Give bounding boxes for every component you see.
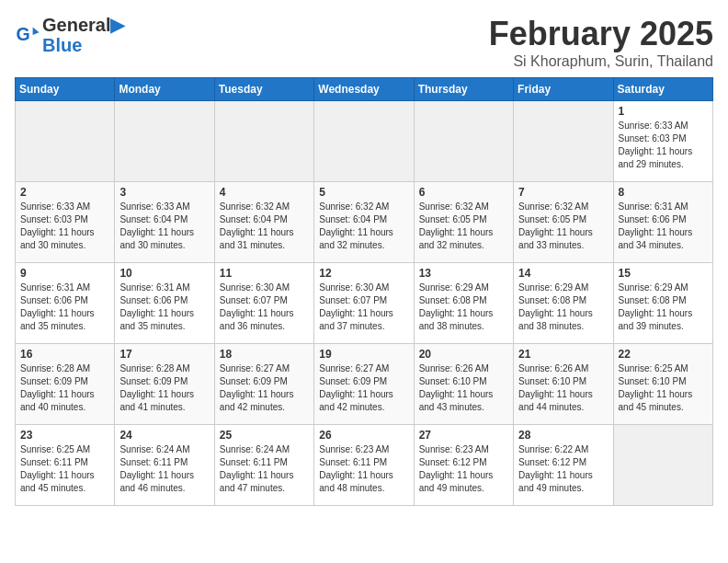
day-number: 19 [319,348,408,361]
day-number: 17 [119,348,209,361]
day-number: 25 [220,429,309,442]
day-header-wednesday: Wednesday [314,78,414,101]
calendar-cell: 4Sunrise: 6:32 AM Sunset: 6:04 PM Daylig… [214,182,313,263]
calendar-cell: 8Sunrise: 6:31 AM Sunset: 6:06 PM Daylig… [613,182,712,263]
day-header-thursday: Thursday [414,78,513,101]
page-header: G General▶ Blue February 2025 Si Khoraph… [15,15,713,70]
day-info: Sunrise: 6:32 AM Sunset: 6:05 PM Dayligh… [518,201,608,252]
svg-marker-1 [33,28,40,35]
calendar-week-5: 23Sunrise: 6:25 AM Sunset: 6:11 PM Dayli… [16,425,713,506]
calendar-cell: 12Sunrise: 6:30 AM Sunset: 6:07 PM Dayli… [314,263,414,344]
day-info: Sunrise: 6:32 AM Sunset: 6:05 PM Dayligh… [419,201,508,252]
day-info: Sunrise: 6:22 AM Sunset: 6:12 PM Dayligh… [518,443,608,495]
day-number: 8 [619,186,708,199]
calendar-cell: 20Sunrise: 6:26 AM Sunset: 6:10 PM Dayli… [414,344,513,425]
calendar-cell: 10Sunrise: 6:31 AM Sunset: 6:06 PM Dayli… [115,263,214,344]
day-number: 14 [518,267,608,280]
calendar-week-1: 1Sunrise: 6:33 AM Sunset: 6:03 PM Daylig… [16,101,713,182]
calendar-cell: 16Sunrise: 6:28 AM Sunset: 6:09 PM Dayli… [16,344,115,425]
calendar-cell: 13Sunrise: 6:29 AM Sunset: 6:08 PM Dayli… [414,263,513,344]
day-info: Sunrise: 6:24 AM Sunset: 6:11 PM Dayligh… [220,443,309,495]
day-info: Sunrise: 6:32 AM Sunset: 6:04 PM Dayligh… [319,201,408,252]
calendar-cell: 24Sunrise: 6:24 AM Sunset: 6:11 PM Dayli… [115,425,214,506]
calendar-cell: 11Sunrise: 6:30 AM Sunset: 6:07 PM Dayli… [214,263,313,344]
logo-wordmark: General▶ Blue [42,15,124,55]
calendar-cell [514,101,613,182]
calendar-header-row: SundayMondayTuesdayWednesdayThursdayFrid… [16,78,713,101]
day-info: Sunrise: 6:23 AM Sunset: 6:11 PM Dayligh… [319,443,408,495]
day-number: 24 [119,429,209,442]
calendar-cell: 22Sunrise: 6:25 AM Sunset: 6:10 PM Dayli… [613,344,712,425]
day-number: 2 [20,186,109,199]
day-info: Sunrise: 6:31 AM Sunset: 6:06 PM Dayligh… [119,282,209,333]
calendar-cell: 28Sunrise: 6:22 AM Sunset: 6:12 PM Dayli… [514,425,613,506]
calendar-cell: 27Sunrise: 6:23 AM Sunset: 6:12 PM Dayli… [414,425,513,506]
day-number: 6 [419,186,508,199]
day-info: Sunrise: 6:24 AM Sunset: 6:11 PM Dayligh… [119,443,209,495]
day-header-sunday: Sunday [16,78,115,101]
day-info: Sunrise: 6:26 AM Sunset: 6:10 PM Dayligh… [518,362,608,414]
day-number: 18 [220,348,309,361]
day-number: 4 [220,186,309,199]
day-number: 23 [20,429,109,442]
day-number: 9 [20,267,109,280]
calendar-cell: 17Sunrise: 6:28 AM Sunset: 6:09 PM Dayli… [115,344,214,425]
day-number: 27 [419,429,508,442]
calendar-cell [613,425,712,506]
day-info: Sunrise: 6:32 AM Sunset: 6:04 PM Dayligh… [220,201,309,252]
day-number: 11 [220,267,309,280]
calendar-week-3: 9Sunrise: 6:31 AM Sunset: 6:06 PM Daylig… [16,263,713,344]
day-number: 7 [518,186,608,199]
title-area: February 2025 Si Khoraphum, Surin, Thail… [489,15,713,70]
calendar-cell [214,101,313,182]
calendar-cell: 1Sunrise: 6:33 AM Sunset: 6:03 PM Daylig… [613,101,712,182]
day-info: Sunrise: 6:33 AM Sunset: 6:04 PM Dayligh… [119,201,209,252]
calendar-cell: 14Sunrise: 6:29 AM Sunset: 6:08 PM Dayli… [514,263,613,344]
day-info: Sunrise: 6:30 AM Sunset: 6:07 PM Dayligh… [220,282,309,333]
calendar-cell: 3Sunrise: 6:33 AM Sunset: 6:04 PM Daylig… [115,182,214,263]
calendar-cell: 23Sunrise: 6:25 AM Sunset: 6:11 PM Dayli… [16,425,115,506]
logo-icon: G [15,22,40,48]
calendar-cell: 7Sunrise: 6:32 AM Sunset: 6:05 PM Daylig… [514,182,613,263]
day-number: 26 [319,429,408,442]
day-number: 21 [518,348,608,361]
day-number: 13 [419,267,508,280]
calendar-cell: 18Sunrise: 6:27 AM Sunset: 6:09 PM Dayli… [214,344,313,425]
calendar-week-2: 2Sunrise: 6:33 AM Sunset: 6:03 PM Daylig… [16,182,713,263]
day-number: 16 [20,348,109,361]
calendar-cell: 25Sunrise: 6:24 AM Sunset: 6:11 PM Dayli… [214,425,313,506]
calendar-cell [16,101,115,182]
calendar-cell: 5Sunrise: 6:32 AM Sunset: 6:04 PM Daylig… [314,182,414,263]
calendar-cell: 26Sunrise: 6:23 AM Sunset: 6:11 PM Dayli… [314,425,414,506]
day-info: Sunrise: 6:25 AM Sunset: 6:11 PM Dayligh… [20,443,109,495]
month-title: February 2025 [489,15,713,53]
svg-text:G: G [16,24,29,44]
calendar-cell: 21Sunrise: 6:26 AM Sunset: 6:10 PM Dayli… [514,344,613,425]
calendar-cell: 2Sunrise: 6:33 AM Sunset: 6:03 PM Daylig… [16,182,115,263]
day-info: Sunrise: 6:23 AM Sunset: 6:12 PM Dayligh… [419,443,508,495]
day-info: Sunrise: 6:28 AM Sunset: 6:09 PM Dayligh… [119,362,209,414]
day-info: Sunrise: 6:26 AM Sunset: 6:10 PM Dayligh… [419,362,508,414]
day-header-saturday: Saturday [613,78,712,101]
day-header-monday: Monday [115,78,214,101]
day-info: Sunrise: 6:28 AM Sunset: 6:09 PM Dayligh… [20,362,109,414]
day-info: Sunrise: 6:33 AM Sunset: 6:03 PM Dayligh… [20,201,109,252]
day-number: 12 [319,267,408,280]
calendar-cell [414,101,513,182]
day-info: Sunrise: 6:31 AM Sunset: 6:06 PM Dayligh… [619,201,708,252]
day-number: 20 [419,348,508,361]
day-info: Sunrise: 6:29 AM Sunset: 6:08 PM Dayligh… [419,282,508,333]
day-info: Sunrise: 6:27 AM Sunset: 6:09 PM Dayligh… [319,362,408,414]
day-number: 10 [119,267,209,280]
calendar-cell: 9Sunrise: 6:31 AM Sunset: 6:06 PM Daylig… [16,263,115,344]
day-number: 22 [619,348,708,361]
day-number: 1 [619,105,708,118]
day-header-tuesday: Tuesday [214,78,313,101]
logo: G General▶ Blue [15,15,124,55]
day-info: Sunrise: 6:33 AM Sunset: 6:03 PM Dayligh… [619,120,708,171]
day-number: 15 [619,267,708,280]
calendar-week-4: 16Sunrise: 6:28 AM Sunset: 6:09 PM Dayli… [16,344,713,425]
day-info: Sunrise: 6:25 AM Sunset: 6:10 PM Dayligh… [619,362,708,414]
day-number: 28 [518,429,608,442]
location-subtitle: Si Khoraphum, Surin, Thailand [489,53,713,70]
